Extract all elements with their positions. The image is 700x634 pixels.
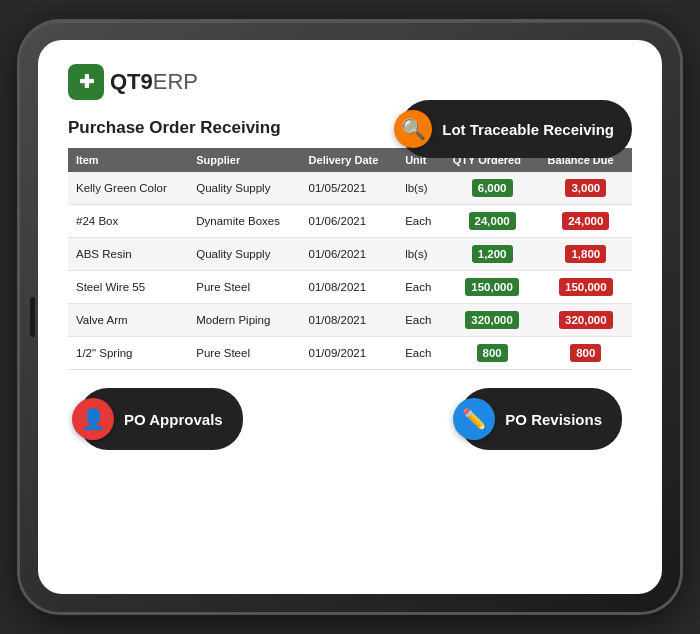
cell-balance: 800: [540, 337, 632, 370]
cell-balance: 150,000: [540, 271, 632, 304]
cell-balance: 3,000: [540, 172, 632, 205]
cell-unit: Each: [397, 205, 445, 238]
po-revisions-badge[interactable]: ✏️ PO Revisions: [459, 388, 622, 450]
table-row: 1/2" Spring Pure Steel 01/09/2021 Each 8…: [68, 337, 632, 370]
cell-item: 1/2" Spring: [68, 337, 188, 370]
cell-qty: 1,200: [445, 238, 540, 271]
cell-delivery: 01/06/2021: [301, 238, 398, 271]
cell-supplier: Pure Steel: [188, 271, 300, 304]
cell-supplier: Pure Steel: [188, 337, 300, 370]
table-row: Valve Arm Modern Piping 01/08/2021 Each …: [68, 304, 632, 337]
lot-badge-label: Lot Traceable Receiving: [442, 121, 614, 138]
logo-icon: ✚: [68, 64, 104, 100]
table-row: Kelly Green Color Quality Supply 01/05/2…: [68, 172, 632, 205]
cell-supplier: Modern Piping: [188, 304, 300, 337]
tablet-screen: ✚ QT9ERP 🔍 Lot Traceable Receiving Purch…: [38, 40, 662, 594]
cell-delivery: 01/06/2021: [301, 205, 398, 238]
po-approvals-badge[interactable]: 👤 PO Approvals: [78, 388, 243, 450]
purchase-order-table: Item Supplier Delivery Date Unit QTY Ord…: [68, 148, 632, 370]
cell-balance: 1,800: [540, 238, 632, 271]
cell-item: Valve Arm: [68, 304, 188, 337]
cell-qty: 6,000: [445, 172, 540, 205]
cell-item: #24 Box: [68, 205, 188, 238]
table-row: ABS Resin Quality Supply 01/06/2021 lb(s…: [68, 238, 632, 271]
cell-delivery: 01/05/2021: [301, 172, 398, 205]
bottom-badges: 👤 PO Approvals ✏️ PO Revisions: [68, 388, 632, 450]
col-header-supplier: Supplier: [188, 148, 300, 172]
cell-unit: Each: [397, 271, 445, 304]
revisions-icon: ✏️: [453, 398, 495, 440]
cell-unit: lb(s): [397, 172, 445, 205]
revisions-label: PO Revisions: [505, 411, 602, 428]
logo-text: QT9ERP: [110, 69, 198, 95]
cell-delivery: 01/08/2021: [301, 271, 398, 304]
approvals-icon: 👤: [72, 398, 114, 440]
tablet-frame: ✚ QT9ERP 🔍 Lot Traceable Receiving Purch…: [20, 22, 680, 612]
col-header-delivery: Delivery Date: [301, 148, 398, 172]
cell-unit: lb(s): [397, 238, 445, 271]
cell-supplier: Dynamite Boxes: [188, 205, 300, 238]
cell-item: Kelly Green Color: [68, 172, 188, 205]
cell-qty: 150,000: [445, 271, 540, 304]
cell-unit: Each: [397, 337, 445, 370]
cell-delivery: 01/09/2021: [301, 337, 398, 370]
cell-qty: 320,000: [445, 304, 540, 337]
logo-area: ✚ QT9ERP: [68, 64, 632, 100]
cell-qty: 24,000: [445, 205, 540, 238]
logo-qt9: QT9: [110, 69, 153, 94]
logo-erp: ERP: [153, 69, 198, 94]
cell-balance: 24,000: [540, 205, 632, 238]
cell-qty: 800: [445, 337, 540, 370]
cell-unit: Each: [397, 304, 445, 337]
search-icon: 🔍: [394, 110, 432, 148]
table-row: #24 Box Dynamite Boxes 01/06/2021 Each 2…: [68, 205, 632, 238]
cell-balance: 320,000: [540, 304, 632, 337]
cell-supplier: Quality Supply: [188, 238, 300, 271]
lot-traceable-badge: 🔍 Lot Traceable Receiving: [400, 100, 632, 158]
table-row: Steel Wire 55 Pure Steel 01/08/2021 Each…: [68, 271, 632, 304]
approvals-label: PO Approvals: [124, 411, 223, 428]
cell-delivery: 01/08/2021: [301, 304, 398, 337]
cell-supplier: Quality Supply: [188, 172, 300, 205]
cell-item: ABS Resin: [68, 238, 188, 271]
col-header-item: Item: [68, 148, 188, 172]
cell-item: Steel Wire 55: [68, 271, 188, 304]
